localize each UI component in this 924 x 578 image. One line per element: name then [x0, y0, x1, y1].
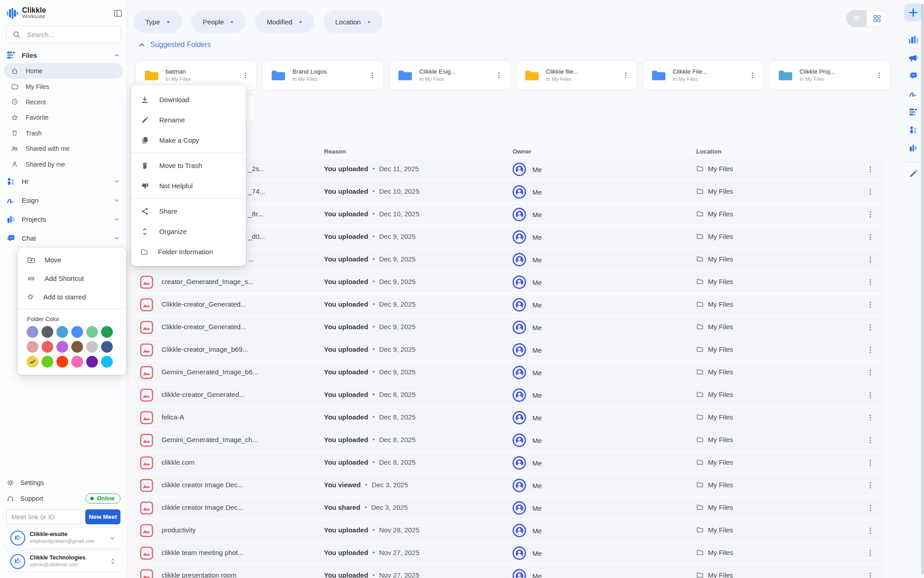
list-view-button[interactable]	[846, 10, 867, 27]
folder-color-swatch[interactable]	[101, 341, 113, 353]
folder-color-swatch[interactable]	[86, 326, 98, 338]
rail-megaphone-icon[interactable]	[907, 52, 919, 64]
folder-color-swatch[interactable]	[56, 326, 68, 338]
menu-item-download[interactable]: Download	[131, 89, 246, 110]
folder-card[interactable]: Clikkle file... In My Files	[516, 61, 638, 90]
menu-item-folder-information[interactable]: Folder Information	[131, 242, 246, 262]
row-menu-button[interactable]	[864, 163, 877, 176]
folder-color-swatch[interactable]	[27, 356, 38, 368]
sidebar-item-my-files[interactable]: My Files	[4, 79, 123, 94]
row-menu-button[interactable]	[864, 298, 877, 312]
sidebar-item-trash[interactable]: Trash	[4, 126, 123, 141]
folder-color-swatch[interactable]	[101, 356, 113, 368]
file-row[interactable]: productivity You uploaded • Nov 28, 2025…	[135, 520, 884, 541]
menu-item-add-to-starred[interactable]: Add to starred	[18, 288, 126, 306]
folder-color-swatch[interactable]	[71, 356, 83, 368]
folder-card-menu-button[interactable]	[239, 69, 252, 82]
filter-people[interactable]: People	[191, 11, 246, 33]
file-row[interactable]: Gemini_Generated_Image_ch... You uploade…	[135, 430, 884, 451]
sidebar-item-shared-with-me[interactable]: Shared with me	[4, 141, 123, 156]
folder-color-swatch[interactable]	[101, 326, 113, 338]
folder-color-swatch[interactable]	[71, 341, 83, 353]
folder-color-swatch[interactable]	[27, 326, 38, 338]
file-row[interactable]: clikkle presentation room You uploaded •…	[135, 565, 884, 578]
unfold-icon[interactable]	[109, 558, 116, 565]
sidebar-item-favorite[interactable]: Favorite	[4, 110, 123, 125]
file-row[interactable]: clikkle creator Image Dec... You viewed …	[135, 475, 884, 496]
search-input[interactable]	[26, 30, 118, 39]
menu-item-share[interactable]: Share	[131, 201, 246, 221]
file-row[interactable]: clikkle-creator_Generated... You uploade…	[135, 385, 884, 406]
file-row[interactable]: clikkle.com You uploaded • Dec 8, 2025 M…	[135, 452, 884, 473]
row-menu-button[interactable]	[864, 501, 877, 515]
settings-row[interactable]: Settings	[6, 477, 120, 489]
file-row[interactable]: ... You uploaded • Dec 9, 2025 Me My Fil…	[135, 249, 884, 270]
rail-chart-icon[interactable]	[907, 34, 919, 46]
row-menu-button[interactable]	[864, 343, 877, 357]
suggested-folders-toggle[interactable]: Suggested Folders	[138, 39, 211, 51]
grid-view-button[interactable]	[867, 10, 887, 27]
file-row[interactable]: _2s... You uploaded • Dec 11, 2025 Me My…	[135, 159, 884, 180]
filter-modified[interactable]: Modified	[255, 11, 314, 33]
sidebar-collapse-icon[interactable]	[114, 9, 122, 18]
sidebar-item-recent[interactable]: Recent	[4, 94, 123, 110]
rail-chat-icon[interactable]	[907, 70, 919, 82]
row-menu-button[interactable]	[864, 546, 877, 560]
sidebar-app-chat[interactable]: Chat	[0, 229, 127, 248]
sidebar-item-home[interactable]: Home	[4, 63, 123, 79]
file-row[interactable]: clikkle creator Image Dec... You shared …	[135, 498, 884, 518]
files-section-header[interactable]: Files	[0, 47, 127, 63]
row-menu-button[interactable]	[864, 411, 877, 424]
file-row[interactable]: Clikkle-creator_Image_b69... You uploade…	[135, 340, 884, 360]
row-menu-button[interactable]	[864, 366, 877, 379]
folder-color-swatch[interactable]	[56, 341, 68, 353]
row-menu-button[interactable]	[864, 253, 877, 266]
rail-projects-icon[interactable]	[907, 142, 919, 154]
folder-card-menu-button[interactable]	[365, 69, 379, 82]
menu-item-add-shortcut[interactable]: Add Shortcut	[18, 269, 126, 288]
row-menu-button[interactable]	[864, 524, 877, 537]
file-row[interactable]: Gemini_Generated_Image_b6... You uploade…	[135, 362, 884, 383]
row-menu-button[interactable]	[864, 434, 877, 447]
account-card[interactable]: Clikkle Technologies admin@clikkmail.com	[5, 550, 122, 572]
folder-card-menu-button[interactable]	[873, 69, 886, 82]
file-row[interactable]: Clikkle-creator_Generated... You uploade…	[135, 317, 884, 338]
rail-hr-icon[interactable]	[907, 124, 919, 136]
folder-card-menu-button[interactable]	[619, 69, 633, 82]
chevron-down-icon[interactable]	[109, 534, 116, 542]
row-menu-button[interactable]	[864, 456, 877, 470]
file-row[interactable]: felica-A You uploaded • Dec 8, 2025 Me M…	[135, 407, 884, 428]
menu-item-move[interactable]: Move	[18, 251, 126, 269]
folder-card-menu-button[interactable]	[492, 69, 506, 82]
row-menu-button[interactable]	[864, 275, 877, 289]
menu-item-move-to-trash[interactable]: Move to Trash	[131, 155, 246, 176]
folder-card[interactable]: Clikkle Proj... In My Files	[769, 61, 891, 90]
row-menu-button[interactable]	[864, 479, 877, 492]
edit-pencil-icon[interactable]	[907, 168, 919, 180]
row-menu-button[interactable]	[864, 230, 877, 244]
row-menu-button[interactable]	[864, 388, 877, 402]
row-menu-button[interactable]	[864, 321, 877, 334]
rail-files-icon[interactable]	[907, 106, 919, 118]
folder-color-swatch[interactable]	[27, 341, 38, 353]
new-meet-button[interactable]: New Meet	[85, 509, 120, 524]
folder-color-swatch[interactable]	[86, 356, 98, 368]
row-menu-button[interactable]	[864, 208, 877, 221]
filter-type[interactable]: Type	[134, 11, 182, 33]
file-row[interactable]: _74... You uploaded • Dec 10, 2025 Me My…	[135, 182, 884, 202]
menu-item-make-a-copy[interactable]: Make a Copy	[131, 130, 246, 150]
row-menu-button[interactable]	[864, 185, 877, 199]
account-card[interactable]: Clikkle-wsuite stephandgraham@gmail.com	[5, 527, 122, 549]
folder-card-menu-button[interactable]	[746, 69, 759, 82]
file-row[interactable]: _d0... You uploaded • Dec 9, 2025 Me My …	[135, 227, 884, 247]
folder-card[interactable]: Brand Logos In My Files	[262, 61, 384, 90]
menu-item-organize[interactable]: Organize	[131, 221, 246, 242]
meet-link-input[interactable]	[6, 509, 81, 524]
file-row[interactable]: clikkle team meeting phot... You uploade…	[135, 543, 884, 564]
folder-card[interactable]: Clikkle File... In My Files	[642, 61, 764, 90]
file-row[interactable]: creator_Generated_Image_s... You uploade…	[135, 272, 884, 293]
support-row[interactable]: Support Online	[6, 493, 120, 504]
search-box[interactable]	[6, 26, 121, 43]
sidebar-app-esign[interactable]: Esign	[0, 191, 127, 210]
row-menu-button[interactable]	[864, 569, 877, 578]
